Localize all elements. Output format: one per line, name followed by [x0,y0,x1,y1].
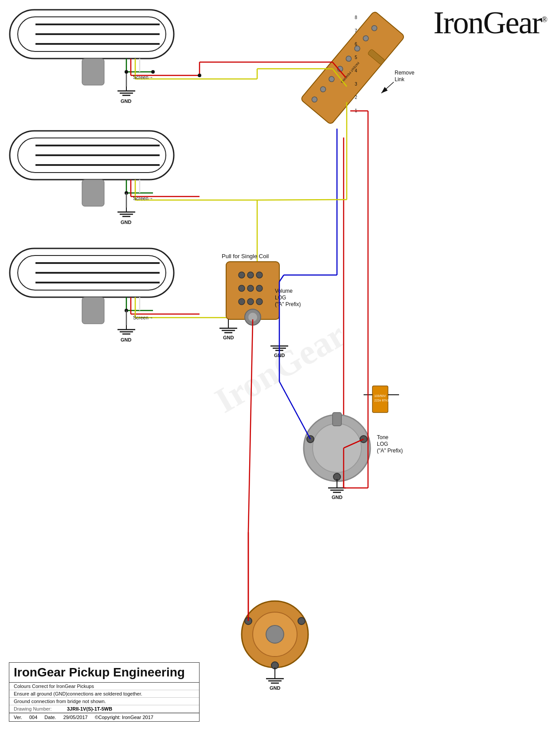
svg-text:LOG: LOG [275,295,286,301]
svg-point-99 [256,272,262,278]
svg-point-102 [256,285,262,291]
svg-point-106 [245,309,261,325]
svg-text:6: 6 [355,42,357,47]
svg-point-107 [248,313,257,322]
svg-text:LOG: LOG [377,441,388,447]
svg-rect-81 [368,49,385,65]
svg-text:GND: GND [223,335,234,340]
svg-point-65 [362,35,370,42]
svg-line-84 [381,82,394,93]
svg-point-152 [298,617,305,625]
watermark: IronGear [208,314,352,421]
svg-text:GND: GND [270,685,281,691]
svg-text:7: 7 [355,28,357,33]
svg-point-100 [239,285,245,291]
svg-text:Volume: Volume [275,288,293,294]
svg-rect-1 [18,17,166,51]
svg-rect-0 [10,10,174,59]
svg-text:Link: Link [395,76,405,83]
svg-point-169 [198,74,201,77]
svg-text:222e 87n1: 222e 87n1 [374,399,389,402]
svg-point-68 [337,65,344,73]
svg-point-66 [353,45,361,52]
svg-rect-17 [82,297,104,324]
svg-text:Tone: Tone [377,434,388,440]
svg-line-159 [248,319,253,532]
drawing-number-label: Drawing Number: [14,706,67,711]
svg-point-127 [307,436,314,443]
info-box-drawing-number: Drawing Number: 3JRII-1V(S)-1T-5WB [9,705,199,713]
svg-point-101 [247,285,254,291]
svg-point-104 [247,299,254,305]
svg-rect-13 [18,255,166,290]
svg-point-105 [256,299,262,305]
drawing-number-value: 3JRII-1V(S)-1T-5WB [67,706,112,711]
svg-text:Pull for Single Coil: Pull for Single Coil [222,253,269,259]
svg-point-126 [313,424,361,472]
info-box-row-3: Ground connection from bridge not shown. [9,698,199,705]
info-box-row-2: Ensure all ground (GND)connections are s… [9,690,199,698]
pickup-top [10,10,174,85]
date-value: 29/05/2017 [63,715,88,720]
svg-text:GND: GND [121,337,132,342]
svg-text:8: 8 [355,15,357,20]
svg-text:GND: GND [274,353,285,358]
svg-point-97 [239,272,245,278]
info-box-row-1: Colours Correct for IronGear Pickups [9,683,199,690]
svg-text:Remove: Remove [395,70,415,76]
date-label: Date. [44,715,56,720]
svg-text:Screen→: Screen→ [133,196,153,201]
svg-text:PATENT PENDING: PATENT PENDING [340,61,360,84]
output-jack [242,601,308,669]
svg-point-148 [242,601,308,668]
svg-rect-6 [10,131,174,180]
info-box-title: IronGear Pickup Engineering [9,663,199,683]
pickup-mid [10,131,174,206]
ver-label: Ver. [14,715,22,720]
svg-point-38 [125,191,128,195]
svg-point-151 [245,617,252,625]
svg-rect-7 [18,138,166,173]
svg-point-125 [304,415,370,481]
svg-rect-12 [10,248,174,297]
svg-text:5: 5 [355,55,357,60]
volume-pot [226,262,279,325]
svg-point-69 [328,75,335,83]
pickup-bot [10,248,174,324]
logo-text: IronGear [433,5,541,40]
svg-text:1: 1 [355,108,357,113]
svg-point-70 [319,86,327,93]
svg-text:Screen→: Screen→ [133,315,153,320]
info-box: IronGear Pickup Engineering Colours Corr… [9,662,200,722]
svg-rect-96 [226,262,279,319]
svg-point-98 [247,272,254,278]
svg-point-26 [125,70,128,74]
svg-point-150 [266,625,284,643]
svg-line-87 [333,62,346,78]
svg-text:3: 3 [355,82,357,86]
svg-rect-11 [82,180,104,206]
svg-text:GND: GND [332,495,343,500]
svg-line-123 [279,275,284,282]
svg-point-149 [253,612,297,656]
svg-line-147 [279,381,310,439]
svg-rect-131 [372,386,388,413]
svg-point-71 [311,96,318,103]
svg-rect-63 [300,11,405,125]
svg-line-90 [333,69,347,86]
svg-text:("A" Prefix): ("A" Prefix) [275,301,301,307]
svg-text:103/50V: 103/50V [374,394,386,397]
ver-value: 004 [29,715,37,720]
svg-text:("A" Prefix): ("A" Prefix) [377,448,403,454]
svg-text:2: 2 [355,95,357,100]
svg-point-67 [345,55,352,63]
svg-rect-130 [333,413,341,426]
svg-point-153 [271,662,278,669]
svg-point-129 [360,436,367,443]
logo-trademark: ® [541,15,547,24]
svg-point-168 [151,70,155,74]
svg-text:GND: GND [121,98,132,104]
svg-point-103 [239,299,245,305]
svg-point-128 [333,473,341,480]
svg-text:4: 4 [355,68,357,73]
